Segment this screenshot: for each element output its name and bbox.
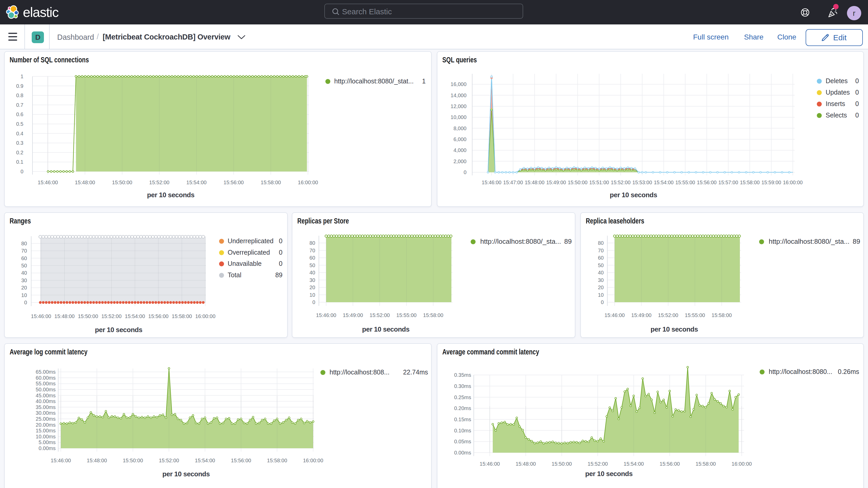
svg-text:20: 20 bbox=[310, 284, 315, 290]
svg-text:0.7: 0.7 bbox=[16, 102, 23, 108]
svg-text:16:00:00: 16:00:00 bbox=[303, 458, 323, 463]
svg-text:30.00ms: 30.00ms bbox=[36, 410, 56, 416]
svg-text:40.00ms: 40.00ms bbox=[36, 398, 56, 404]
svg-text:10: 10 bbox=[21, 292, 27, 298]
svg-text:30: 30 bbox=[310, 277, 315, 283]
svg-text:15:47:00: 15:47:00 bbox=[503, 180, 523, 185]
svg-text:50.00ms: 50.00ms bbox=[36, 387, 56, 392]
svg-text:16:00:00: 16:00:00 bbox=[783, 180, 803, 185]
svg-text:10: 10 bbox=[310, 292, 315, 298]
svg-text:15:59:00: 15:59:00 bbox=[762, 180, 781, 185]
svg-text:6,000: 6,000 bbox=[454, 136, 466, 142]
svg-text:per 10 seconds: per 10 seconds bbox=[147, 191, 194, 199]
svg-text:0: 0 bbox=[21, 169, 23, 174]
svg-text:15:46:00: 15:46:00 bbox=[482, 180, 502, 185]
svg-text:per 10 seconds: per 10 seconds bbox=[95, 326, 142, 334]
svg-text:20: 20 bbox=[598, 284, 604, 290]
svg-text:15:52:00: 15:52:00 bbox=[588, 461, 608, 467]
svg-text:0.20ms: 0.20ms bbox=[454, 405, 471, 411]
svg-text:15:48:00: 15:48:00 bbox=[525, 180, 545, 185]
svg-text:0: 0 bbox=[312, 299, 315, 305]
svg-text:15:58:00: 15:58:00 bbox=[172, 313, 192, 319]
svg-text:15:46:00: 15:46:00 bbox=[604, 312, 625, 318]
svg-text:15:56:00: 15:56:00 bbox=[659, 461, 680, 467]
svg-text:15:52:00: 15:52:00 bbox=[101, 313, 122, 319]
svg-text:15:54:00: 15:54:00 bbox=[125, 313, 145, 319]
svg-text:0.25ms: 0.25ms bbox=[454, 394, 471, 400]
svg-text:15:54:00: 15:54:00 bbox=[654, 180, 674, 185]
svg-text:16,000: 16,000 bbox=[451, 81, 466, 87]
svg-text:15:55:00: 15:55:00 bbox=[675, 180, 695, 185]
svg-text:per 10 seconds: per 10 seconds bbox=[362, 325, 409, 333]
svg-text:15:46:00: 15:46:00 bbox=[316, 312, 336, 318]
svg-text:4,000: 4,000 bbox=[454, 147, 466, 153]
svg-text:14,000: 14,000 bbox=[451, 92, 466, 98]
svg-text:30: 30 bbox=[21, 277, 27, 283]
svg-text:15:49:00: 15:49:00 bbox=[343, 312, 363, 318]
svg-text:0.9: 0.9 bbox=[16, 83, 23, 89]
svg-text:15:55:00: 15:55:00 bbox=[685, 312, 705, 318]
svg-text:0: 0 bbox=[24, 300, 27, 305]
svg-text:0.00ms: 0.00ms bbox=[38, 446, 56, 451]
svg-text:per 10 seconds: per 10 seconds bbox=[610, 191, 657, 199]
svg-text:50: 50 bbox=[21, 263, 27, 268]
svg-text:15:51:00: 15:51:00 bbox=[589, 180, 609, 185]
svg-text:2,000: 2,000 bbox=[454, 158, 466, 164]
svg-text:15:46:00: 15:46:00 bbox=[51, 458, 71, 463]
svg-text:25.00ms: 25.00ms bbox=[36, 416, 56, 422]
svg-text:8,000: 8,000 bbox=[454, 125, 466, 131]
svg-text:0: 0 bbox=[464, 170, 466, 175]
svg-text:15:58:00: 15:58:00 bbox=[423, 312, 443, 318]
svg-text:35.00ms: 35.00ms bbox=[36, 404, 56, 410]
svg-text:0: 0 bbox=[601, 299, 604, 305]
svg-text:0.2: 0.2 bbox=[16, 150, 23, 155]
svg-text:15:48:00: 15:48:00 bbox=[54, 313, 74, 319]
svg-text:70: 70 bbox=[598, 248, 604, 253]
svg-text:15:57:00: 15:57:00 bbox=[718, 180, 738, 185]
svg-text:15:50:00: 15:50:00 bbox=[123, 458, 143, 463]
svg-text:60.00ms: 60.00ms bbox=[36, 375, 56, 381]
svg-text:30: 30 bbox=[598, 277, 604, 283]
svg-text:15:50:00: 15:50:00 bbox=[78, 313, 98, 319]
svg-text:60: 60 bbox=[598, 255, 604, 261]
svg-text:15:56:00: 15:56:00 bbox=[697, 180, 717, 185]
svg-text:15:50:00: 15:50:00 bbox=[112, 180, 132, 185]
svg-text:15:52:00: 15:52:00 bbox=[658, 312, 678, 318]
svg-text:0.05ms: 0.05ms bbox=[454, 439, 471, 444]
svg-text:0.1: 0.1 bbox=[16, 159, 23, 165]
svg-text:80: 80 bbox=[21, 241, 27, 246]
svg-text:15:54:00: 15:54:00 bbox=[195, 458, 215, 463]
svg-text:0.6: 0.6 bbox=[16, 112, 23, 117]
svg-text:per 10 seconds: per 10 seconds bbox=[650, 325, 698, 333]
svg-text:15:50:00: 15:50:00 bbox=[552, 461, 572, 467]
svg-text:15:53:00: 15:53:00 bbox=[632, 180, 652, 185]
svg-text:60: 60 bbox=[21, 255, 27, 261]
svg-text:55.00ms: 55.00ms bbox=[36, 381, 56, 387]
svg-text:10.00ms: 10.00ms bbox=[36, 434, 56, 439]
svg-text:1: 1 bbox=[21, 73, 23, 79]
svg-text:15:52:00: 15:52:00 bbox=[149, 180, 169, 185]
svg-text:0.8: 0.8 bbox=[16, 92, 23, 98]
svg-text:80: 80 bbox=[598, 240, 604, 246]
svg-text:15:52:00: 15:52:00 bbox=[370, 312, 390, 318]
svg-text:15:49:00: 15:49:00 bbox=[631, 312, 652, 318]
svg-text:45.00ms: 45.00ms bbox=[36, 393, 56, 398]
svg-text:50: 50 bbox=[598, 263, 604, 268]
svg-text:5.00ms: 5.00ms bbox=[38, 439, 56, 445]
svg-text:15:56:00: 15:56:00 bbox=[231, 458, 251, 463]
svg-text:12,000: 12,000 bbox=[451, 103, 466, 109]
svg-text:15:52:00: 15:52:00 bbox=[611, 180, 630, 185]
svg-text:15:46:00: 15:46:00 bbox=[38, 180, 58, 185]
svg-text:per 10 seconds: per 10 seconds bbox=[162, 470, 210, 478]
svg-text:20.00ms: 20.00ms bbox=[36, 422, 56, 428]
svg-text:15:49:00: 15:49:00 bbox=[546, 180, 566, 185]
svg-text:15:58:00: 15:58:00 bbox=[267, 458, 287, 463]
svg-text:15:48:00: 15:48:00 bbox=[87, 458, 107, 463]
svg-text:per 10 seconds: per 10 seconds bbox=[585, 470, 632, 478]
svg-text:15:58:00: 15:58:00 bbox=[261, 180, 281, 185]
svg-text:15:46:00: 15:46:00 bbox=[480, 461, 500, 467]
svg-text:40: 40 bbox=[598, 270, 604, 275]
svg-text:16:00:00: 16:00:00 bbox=[298, 180, 318, 185]
svg-text:15:52:00: 15:52:00 bbox=[159, 458, 179, 463]
svg-text:65.00ms: 65.00ms bbox=[36, 369, 56, 375]
